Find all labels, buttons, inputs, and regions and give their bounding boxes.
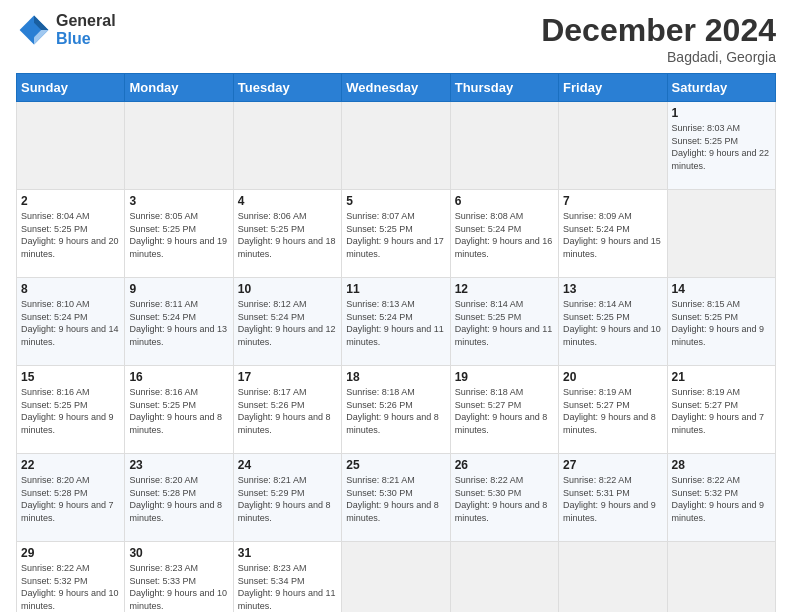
table-row: 31 Sunrise: 8:23 AMSunset: 5:34 PMDaylig…: [233, 542, 341, 613]
logo-general-text: General: [56, 12, 116, 30]
table-row: 22 Sunrise: 8:20 AMSunset: 5:28 PMDaylig…: [17, 454, 125, 542]
table-row: [450, 542, 558, 613]
table-row: [450, 102, 558, 190]
table-row: [342, 542, 450, 613]
table-row: 8 Sunrise: 8:10 AMSunset: 5:24 PMDayligh…: [17, 278, 125, 366]
table-row: [125, 102, 233, 190]
title-block: December 2024 Bagdadi, Georgia: [541, 12, 776, 65]
week-row-4: 15 Sunrise: 8:16 AMSunset: 5:25 PMDaylig…: [17, 366, 776, 454]
table-row: 27 Sunrise: 8:22 AMSunset: 5:31 PMDaylig…: [559, 454, 667, 542]
week-row-6: 29 Sunrise: 8:22 AMSunset: 5:32 PMDaylig…: [17, 542, 776, 613]
table-row: 10 Sunrise: 8:12 AMSunset: 5:24 PMDaylig…: [233, 278, 341, 366]
table-row: [667, 190, 775, 278]
table-row: 4 Sunrise: 8:06 AMSunset: 5:25 PMDayligh…: [233, 190, 341, 278]
table-row: 30 Sunrise: 8:23 AMSunset: 5:33 PMDaylig…: [125, 542, 233, 613]
calendar-table: Sunday Monday Tuesday Wednesday Thursday…: [16, 73, 776, 612]
week-row-2: 2 Sunrise: 8:04 AMSunset: 5:25 PMDayligh…: [17, 190, 776, 278]
table-row: 11 Sunrise: 8:13 AMSunset: 5:24 PMDaylig…: [342, 278, 450, 366]
table-row: 3 Sunrise: 8:05 AMSunset: 5:25 PMDayligh…: [125, 190, 233, 278]
col-wednesday: Wednesday: [342, 74, 450, 102]
table-row: 21 Sunrise: 8:19 AMSunset: 5:27 PMDaylig…: [667, 366, 775, 454]
table-row: 25 Sunrise: 8:21 AMSunset: 5:30 PMDaylig…: [342, 454, 450, 542]
logo-text: General Blue: [56, 12, 116, 47]
table-row: [17, 102, 125, 190]
page: General Blue December 2024 Bagdadi, Geor…: [0, 0, 792, 612]
table-row: 12 Sunrise: 8:14 AMSunset: 5:25 PMDaylig…: [450, 278, 558, 366]
table-row: 24 Sunrise: 8:21 AMSunset: 5:29 PMDaylig…: [233, 454, 341, 542]
col-friday: Friday: [559, 74, 667, 102]
col-saturday: Saturday: [667, 74, 775, 102]
table-row: 19 Sunrise: 8:18 AMSunset: 5:27 PMDaylig…: [450, 366, 558, 454]
logo-icon: [16, 12, 52, 48]
calendar-header: Sunday Monday Tuesday Wednesday Thursday…: [17, 74, 776, 102]
header-row: Sunday Monday Tuesday Wednesday Thursday…: [17, 74, 776, 102]
col-thursday: Thursday: [450, 74, 558, 102]
calendar: Sunday Monday Tuesday Wednesday Thursday…: [16, 73, 776, 612]
table-row: 1 Sunrise: 8:03 AMSunset: 5:25 PMDayligh…: [667, 102, 775, 190]
table-row: 18 Sunrise: 8:18 AMSunset: 5:26 PMDaylig…: [342, 366, 450, 454]
table-row: 28 Sunrise: 8:22 AMSunset: 5:32 PMDaylig…: [667, 454, 775, 542]
col-sunday: Sunday: [17, 74, 125, 102]
table-row: 17 Sunrise: 8:17 AMSunset: 5:26 PMDaylig…: [233, 366, 341, 454]
week-row-1: 1 Sunrise: 8:03 AMSunset: 5:25 PMDayligh…: [17, 102, 776, 190]
table-row: 23 Sunrise: 8:20 AMSunset: 5:28 PMDaylig…: [125, 454, 233, 542]
table-row: [233, 102, 341, 190]
table-row: 6 Sunrise: 8:08 AMSunset: 5:24 PMDayligh…: [450, 190, 558, 278]
week-row-3: 8 Sunrise: 8:10 AMSunset: 5:24 PMDayligh…: [17, 278, 776, 366]
table-row: 29 Sunrise: 8:22 AMSunset: 5:32 PMDaylig…: [17, 542, 125, 613]
location-subtitle: Bagdadi, Georgia: [541, 49, 776, 65]
week-row-5: 22 Sunrise: 8:20 AMSunset: 5:28 PMDaylig…: [17, 454, 776, 542]
table-row: 5 Sunrise: 8:07 AMSunset: 5:25 PMDayligh…: [342, 190, 450, 278]
col-tuesday: Tuesday: [233, 74, 341, 102]
table-row: 13 Sunrise: 8:14 AMSunset: 5:25 PMDaylig…: [559, 278, 667, 366]
col-monday: Monday: [125, 74, 233, 102]
table-row: 20 Sunrise: 8:19 AMSunset: 5:27 PMDaylig…: [559, 366, 667, 454]
table-row: 14 Sunrise: 8:15 AMSunset: 5:25 PMDaylig…: [667, 278, 775, 366]
month-title: December 2024: [541, 12, 776, 49]
logo-blue-text: Blue: [56, 30, 116, 48]
header: General Blue December 2024 Bagdadi, Geor…: [16, 12, 776, 65]
table-row: 26 Sunrise: 8:22 AMSunset: 5:30 PMDaylig…: [450, 454, 558, 542]
table-row: [559, 102, 667, 190]
table-row: 9 Sunrise: 8:11 AMSunset: 5:24 PMDayligh…: [125, 278, 233, 366]
table-row: 7 Sunrise: 8:09 AMSunset: 5:24 PMDayligh…: [559, 190, 667, 278]
table-row: [667, 542, 775, 613]
logo: General Blue: [16, 12, 116, 48]
table-row: 2 Sunrise: 8:04 AMSunset: 5:25 PMDayligh…: [17, 190, 125, 278]
table-row: 15 Sunrise: 8:16 AMSunset: 5:25 PMDaylig…: [17, 366, 125, 454]
table-row: [559, 542, 667, 613]
table-row: [342, 102, 450, 190]
table-row: 16 Sunrise: 8:16 AMSunset: 5:25 PMDaylig…: [125, 366, 233, 454]
calendar-body: 1 Sunrise: 8:03 AMSunset: 5:25 PMDayligh…: [17, 102, 776, 613]
